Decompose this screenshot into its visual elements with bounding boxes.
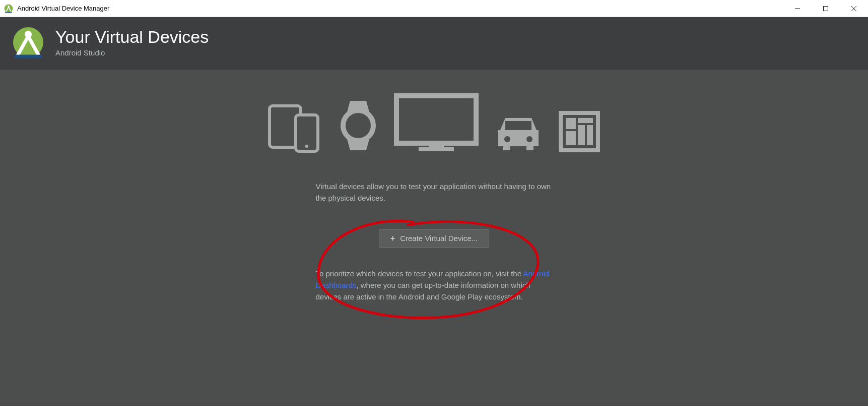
- page-title: Your Virtual Devices: [55, 28, 209, 46]
- info-text: To prioritize which devices to test your…: [316, 268, 553, 303]
- automotive-icon: [494, 113, 543, 153]
- tv-icon: [393, 93, 479, 153]
- page-header: Your Virtual Devices Android Studio: [0, 17, 868, 70]
- main-content: Virtual devices allow you to test your a…: [0, 70, 868, 406]
- svg-rect-24: [587, 125, 593, 145]
- minimize-button[interactable]: [783, 0, 812, 17]
- things-icon: [558, 110, 601, 153]
- svg-rect-17: [505, 121, 531, 130]
- window-titlebar: Android Virtual Device Manager: [0, 0, 868, 17]
- svg-rect-4: [824, 6, 828, 11]
- device-category-icons: [0, 93, 868, 153]
- svg-rect-22: [578, 118, 593, 123]
- info-text-prefix: To prioritize which devices to test your…: [316, 269, 523, 278]
- svg-rect-25: [566, 131, 576, 145]
- svg-point-13: [343, 110, 373, 141]
- svg-point-12: [305, 145, 308, 148]
- maximize-button[interactable]: [812, 0, 840, 17]
- intro-text: Virtual devices allow you to test your a…: [316, 181, 553, 204]
- svg-rect-23: [578, 125, 585, 145]
- svg-point-19: [526, 136, 532, 142]
- svg-rect-16: [419, 147, 454, 151]
- android-studio-logo-icon: [12, 26, 44, 58]
- window-title: Android Virtual Device Manager: [17, 5, 783, 12]
- svg-rect-21: [566, 118, 576, 129]
- create-button-label: Create Virtual Device...: [400, 234, 478, 243]
- app-icon: [4, 4, 13, 13]
- svg-rect-15: [429, 143, 444, 147]
- wear-icon: [338, 98, 378, 153]
- svg-point-18: [504, 136, 510, 142]
- create-virtual-device-button[interactable]: + Create Virtual Device...: [379, 229, 489, 248]
- svg-rect-14: [396, 96, 476, 143]
- page-subtitle: Android Studio: [55, 48, 209, 57]
- close-button[interactable]: [840, 0, 868, 17]
- phone-tablet-icon: [268, 103, 323, 153]
- window-controls: [783, 0, 868, 17]
- plus-icon: +: [390, 234, 395, 243]
